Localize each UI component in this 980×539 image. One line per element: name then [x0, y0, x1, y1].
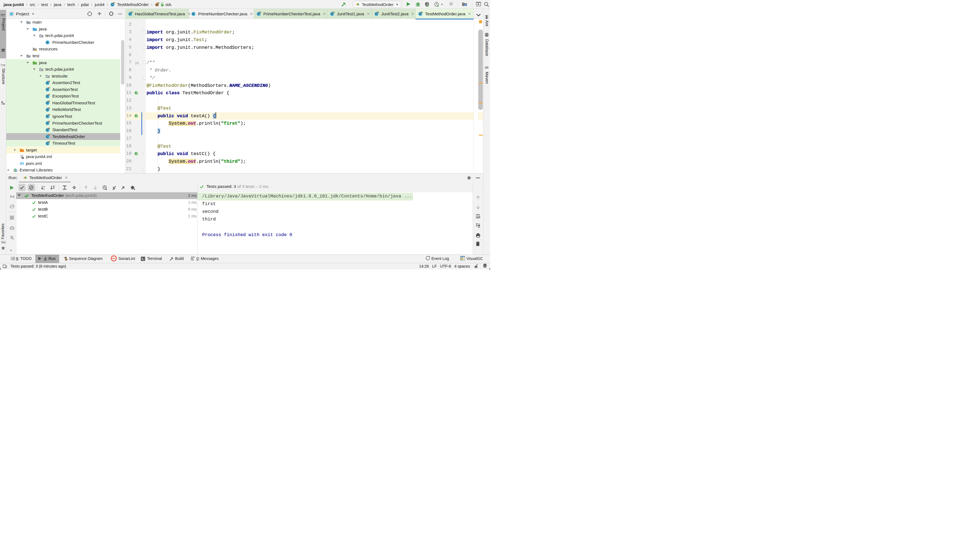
svg-text:C: C: [419, 12, 422, 16]
svg-text:C: C: [331, 12, 333, 16]
svg-text:C: C: [46, 95, 49, 98]
svg-text:C: C: [375, 12, 378, 16]
svg-text:C: C: [46, 115, 49, 118]
svg-text:C: C: [46, 101, 49, 105]
svg-text:C: C: [46, 88, 49, 91]
svg-text:m: m: [156, 3, 158, 6]
svg-text:C: C: [46, 122, 49, 125]
svg-text:9: 9: [13, 195, 14, 199]
svg-text:C: C: [46, 135, 49, 138]
svg-text:C: C: [46, 81, 49, 84]
svg-text:z: z: [43, 188, 45, 190]
svg-text:C: C: [192, 12, 194, 16]
svg-text:C: C: [46, 41, 49, 44]
svg-text:C: C: [46, 142, 49, 145]
svg-text:a: a: [43, 185, 45, 188]
svg-text:C: C: [46, 129, 49, 132]
svg-text:C: C: [111, 3, 114, 6]
svg-text:C: C: [129, 12, 131, 16]
svg-text:C: C: [258, 12, 260, 16]
svg-text:C: C: [46, 108, 49, 111]
